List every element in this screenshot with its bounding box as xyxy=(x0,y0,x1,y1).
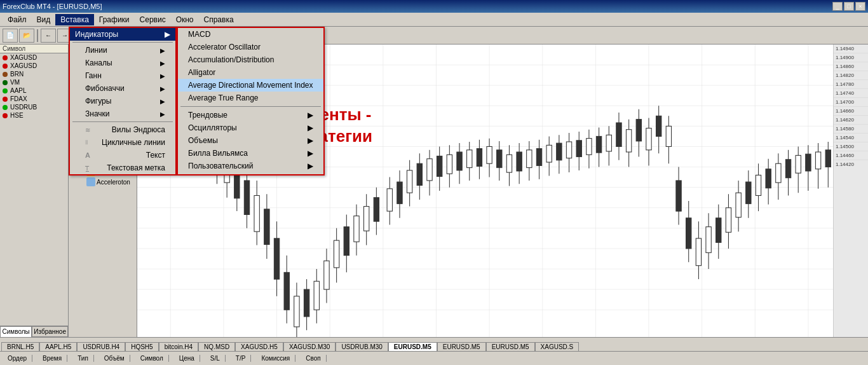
menu-view[interactable]: Вид xyxy=(32,14,56,25)
menu-andrews[interactable]: ≋ Вилы Эндрюса xyxy=(70,123,175,136)
sub-trend[interactable]: Трендовые ▶ xyxy=(178,109,323,121)
symbol-label: Символ xyxy=(0,45,68,53)
sub-alligator[interactable]: Alligator xyxy=(178,66,323,79)
indicators-header[interactable]: Индикаторы ▶ xyxy=(70,28,175,41)
menu-service[interactable]: Сервис xyxy=(135,14,171,25)
toolbar-open[interactable]: 📂 xyxy=(19,29,34,43)
sub-adx[interactable]: Average Directional Movement Index xyxy=(178,79,323,92)
sub-macd[interactable]: MACD xyxy=(178,28,323,41)
title-buttons[interactable]: _ □ × xyxy=(832,2,865,11)
label: Alligator xyxy=(188,68,215,77)
tab-favorites[interactable]: Избранное xyxy=(32,326,68,337)
menu-channels[interactable]: Каналы ▶ xyxy=(70,57,175,69)
toolbar-new[interactable]: 📄 xyxy=(3,29,18,43)
symbol-dot xyxy=(3,97,8,102)
symbol-aapl[interactable]: AAPL xyxy=(0,86,68,95)
svg-rect-105 xyxy=(497,150,502,168)
menu-insert[interactable]: Вставка xyxy=(55,14,94,25)
symbol-fdax[interactable]: FDAX xyxy=(0,95,68,103)
tab-nqmsd[interactable]: NQ.MSD xyxy=(198,342,235,351)
tab-symbols[interactable]: Символы xyxy=(0,326,32,337)
menu-gann[interactable]: Ганн ▶ xyxy=(70,69,175,82)
sub-volumes[interactable]: Объемы ▶ xyxy=(178,134,323,147)
symbol-vm[interactable]: VM xyxy=(0,78,68,86)
svg-rect-65 xyxy=(294,296,299,327)
menu-text[interactable]: A Текст xyxy=(70,149,175,162)
svg-rect-153 xyxy=(736,193,741,217)
tab-bitcoin[interactable]: bitcoin.H4 xyxy=(159,342,198,351)
minimize-button[interactable]: _ xyxy=(832,2,843,11)
bottom-tabs: BRNL.H5 AAPL.H5 USDRUB.H4 HQSH5 bitcoin.… xyxy=(0,337,868,351)
sub-oscillators[interactable]: Осцилляторы ▶ xyxy=(178,121,323,134)
svg-rect-123 xyxy=(587,139,592,155)
symbol-hse[interactable]: HSE xyxy=(0,111,68,120)
status-sl: S/L xyxy=(205,355,226,362)
symbol-brn[interactable]: BRN xyxy=(0,70,68,78)
svg-rect-85 xyxy=(397,182,402,203)
sub-billwilliams[interactable]: Билла Вильямса ▶ xyxy=(178,147,323,160)
tab-usdrub-h4[interactable]: USDRUB.H4 xyxy=(77,342,125,351)
symbol-dot xyxy=(3,64,8,69)
svg-rect-109 xyxy=(517,152,522,171)
svg-rect-57 xyxy=(254,195,259,231)
svg-rect-143 xyxy=(686,218,691,249)
arrow-icon: ▶ xyxy=(160,60,165,67)
svg-rect-75 xyxy=(344,227,349,256)
menu-lines[interactable]: Линии ▶ xyxy=(70,44,175,57)
svg-rect-77 xyxy=(354,216,359,242)
menu-fibonacci[interactable]: Фибоначчи ▶ xyxy=(70,82,175,95)
arrow-icon: ▶ xyxy=(308,162,313,170)
label: Accumulation/Distribution xyxy=(188,55,274,64)
svg-rect-159 xyxy=(766,169,771,188)
arrow-icon: ▶ xyxy=(160,85,165,92)
svg-rect-141 xyxy=(676,181,681,211)
svg-rect-79 xyxy=(364,207,369,231)
tab-xagusd-s[interactable]: XAGUSD.S xyxy=(535,342,580,351)
label: Объемы xyxy=(188,136,218,145)
svg-rect-157 xyxy=(756,175,761,195)
menu-cyclic[interactable]: ⦀ Цикличные линии xyxy=(70,136,175,149)
menu-figures[interactable]: Фигуры ▶ xyxy=(70,95,175,107)
tab-brnl[interactable]: BRNL.H5 xyxy=(1,342,39,351)
menu-file[interactable]: Файл xyxy=(3,14,32,25)
svg-rect-113 xyxy=(536,149,541,166)
tab-xagusd-m30[interactable]: XAGUSD.M30 xyxy=(283,342,336,351)
symbol-name: AAPL xyxy=(10,87,27,94)
tab-eurusd-m5-3[interactable]: EURUSD.M5 xyxy=(486,342,535,351)
svg-rect-83 xyxy=(387,189,392,211)
toolbar-back[interactable]: ← xyxy=(41,29,56,43)
arrow-icon: ▶ xyxy=(308,136,313,145)
tab-usdrub-m30[interactable]: USDRUB.M30 xyxy=(336,342,388,351)
symbol-list: XAGUSD XAGUSD BRN VM AAPL FDAX xyxy=(0,53,68,326)
menu-help[interactable]: Справка xyxy=(199,14,239,25)
menu-textlabel[interactable]: T̲ Текстовая метка xyxy=(70,162,175,174)
symbol-dot xyxy=(3,88,8,93)
tab-xagusd-h5[interactable]: XAGUSD.H5 xyxy=(235,342,283,351)
menu-charts[interactable]: Графики xyxy=(94,14,135,25)
arrow-icon: ▶ xyxy=(160,47,165,54)
tab-eurusd-m5-1[interactable]: EURUSD.M5 xyxy=(388,342,437,351)
tab-aapl[interactable]: AAPL.H5 xyxy=(39,342,77,351)
sub-custom[interactable]: Пользовательский ▶ xyxy=(178,160,323,172)
svg-rect-155 xyxy=(746,182,751,203)
symbol-usdrub[interactable]: USDRUB xyxy=(0,103,68,111)
nav-label: Acceleroton xyxy=(97,179,130,186)
symbol-dot xyxy=(3,55,8,60)
sub-accum[interactable]: Accumulation/Distribution xyxy=(178,53,323,66)
arrow-icon: ▶ xyxy=(160,111,165,118)
menu-icons[interactable]: Значки ▶ xyxy=(70,107,175,120)
symbol-name: USDRUB xyxy=(10,104,37,111)
sub-accelerator[interactable]: Accelerator Oscillator xyxy=(178,41,323,53)
arrow-icon: ▶ xyxy=(160,72,165,79)
maximize-button[interactable]: □ xyxy=(844,2,854,11)
symbol-xagusd-2[interactable]: XAGUSD xyxy=(0,62,68,70)
tab-eurusd-m5-2[interactable]: EURUSD.M5 xyxy=(437,342,486,351)
sub-atr[interactable]: Average True Range xyxy=(178,92,323,104)
nav-item-acc[interactable]: Acceleroton xyxy=(70,177,135,187)
symbol-xagusd-1[interactable]: XAGUSD xyxy=(0,53,68,62)
svg-rect-89 xyxy=(417,163,422,185)
tab-hqsh5[interactable]: HQSH5 xyxy=(125,342,158,351)
close-button[interactable]: × xyxy=(855,2,865,11)
menu-window[interactable]: Окно xyxy=(171,14,199,25)
svg-rect-101 xyxy=(477,149,482,167)
